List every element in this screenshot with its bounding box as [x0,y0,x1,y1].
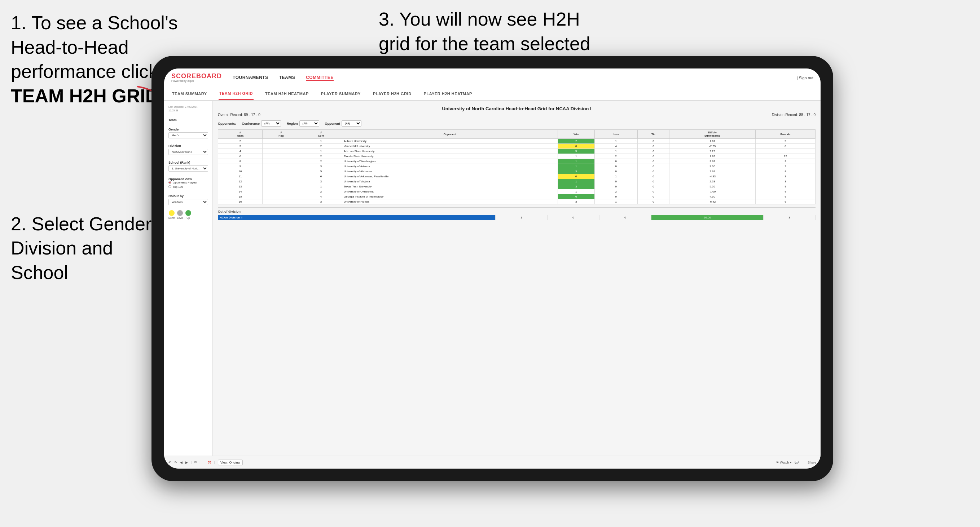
td-conf: 2 [300,154,342,159]
td-opponent: University of Washington [342,159,558,164]
division-select[interactable]: NCAA Division I [169,149,208,155]
sub-nav-player-summary[interactable]: PLAYER SUMMARY [320,87,361,100]
td-conf: 5 [300,169,342,174]
school-select[interactable]: 1. University of Nort... [169,165,208,171]
share-btn[interactable]: Share [808,461,816,464]
td-rounds [756,149,816,154]
gender-label: Gender [169,128,208,131]
share-label: Share [808,461,816,464]
region-select[interactable]: (All) [299,121,319,127]
td-opponent: University of Alabama [342,169,558,174]
clock-btn[interactable]: ⏰ [207,461,212,464]
view-selector[interactable]: View: Original [218,460,243,465]
td-conf: 3 [300,164,342,169]
logo: SCOREBOARD Powered by clippi [171,73,222,83]
td-tie: 0 [637,179,670,184]
gender-select[interactable]: Men's [169,132,208,138]
redo-btn[interactable]: ↷ [174,461,177,464]
td-opponent: Georgia Institute of Technology [342,194,558,199]
nav-links: TOURNAMENTS TEAMS COMMITTEE [233,75,797,81]
td-loss: 0 [594,169,637,174]
td-tie: 0 [637,189,670,194]
instruction-step2: 2. Select Gender, Division and School [11,187,156,285]
td-win: 0 [558,174,594,179]
td-opponent: Arizona State University [342,149,558,154]
grid-records: Overall Record: 89 - 17 - 0 Division Rec… [218,113,816,117]
opponent-filter-label: Opponent [325,122,340,125]
td-rounds: 9 [756,184,816,189]
nav-teams[interactable]: TEAMS [279,75,295,81]
td-reg [262,179,300,184]
td-reg [262,199,300,205]
td-tie: 0 [637,154,670,159]
watch-btn[interactable]: 👁 Watch ▾ [776,461,792,464]
td-loss: 1 [594,139,637,144]
td-loss: 0 [594,179,637,184]
td-loss: 2 [594,154,637,159]
last-updated-time: 16:55:38 [169,109,178,112]
colour-by-select[interactable]: Win/loss [169,199,208,205]
td-tie: 0 [637,184,670,189]
td-reg [262,144,300,149]
conference-select[interactable]: (All) [261,121,281,127]
radio-opponents-played[interactable]: Opponents Played [169,181,208,184]
td-conf: 3 [300,199,342,205]
td-div-diff: 26.00 [651,215,764,220]
td-conf: 6 [300,174,342,179]
td-div-tie: 0 [600,215,651,220]
copy-btn[interactable]: ⧉ [194,460,197,464]
comment-btn[interactable]: 💬 [795,461,799,464]
gender-section: Gender Men's [169,125,208,138]
radio-top100[interactable]: Top 100 [169,185,208,189]
instruction-step3-text: 3. You will now see H2H grid for the tea… [379,9,590,54]
td-reg [262,169,300,174]
sub-nav-team-h2h-heatmap[interactable]: TEAM H2H HEATMAP [264,87,309,100]
out-of-division-label: Out of division [218,207,816,213]
sub-nav-player-h2h-grid[interactable]: PLAYER H2H GRID [372,87,412,100]
opponent-select[interactable]: (All) [342,121,361,127]
grid-btn[interactable]: ⁝ [199,461,200,464]
more-btn[interactable]: ⋮ [802,461,805,464]
colour-label-up: Up [186,217,190,219]
logo-text: SCOREBOARD [171,73,222,79]
back-btn[interactable]: ◀ [180,461,183,464]
th-loss: Loss [594,130,637,139]
td-conf: 3 [300,179,342,184]
undo-btn[interactable]: ↶ [169,461,171,464]
sign-out[interactable]: | Sign out [797,76,813,80]
td-tie: 0 [637,169,670,174]
sub-nav-player-h2h-heatmap[interactable]: PLAYER H2H HEATMAP [423,87,473,100]
bottom-toolbar: ↶ ↷ ◀ ▶ | ⧉ ⁝ | ⏰ | View: Original 👁 Wat… [164,456,821,468]
sub-nav-team-summary[interactable]: TEAM SUMMARY [171,87,208,100]
td-diff: -2.29 [670,144,756,149]
nav-committee[interactable]: COMMITTEE [306,75,334,81]
colour-by-label: Colour by [169,194,208,198]
td-conf: 2 [300,189,342,194]
td-reg [262,164,300,169]
opponents-label: Opponents: [218,122,236,125]
td-rounds: 9 [756,189,816,194]
radio-opponents-circle [169,181,171,184]
last-updated: Last Updated: 27/03/2024 16:55:38 [169,105,208,113]
instruction-step3: 3. You will now see H2H grid for the tea… [379,7,595,56]
td-rank: 16 [218,199,262,205]
nav-tournaments[interactable]: TOURNAMENTS [233,75,268,81]
school-section: School (Rank) 1. University of Nort... [169,159,208,171]
filter-opponent: Opponent (All) [325,121,362,127]
colour-by-section: Colour by Win/loss [169,192,208,205]
td-reg [262,194,300,199]
h2h-table: #Rank #Reg #Conf Opponent Win Loss Tie D… [218,129,816,205]
td-loss: 2 [594,189,637,194]
td-loss: 1 [594,174,637,179]
td-conf: 2 [300,144,342,149]
th-reg: #Reg [262,130,300,139]
grid-title: University of North Carolina Head-to-Hea… [218,106,816,111]
sub-nav-team-h2h-grid[interactable]: TEAM H2H GRID [219,87,254,100]
td-rounds: 3 [756,179,816,184]
forward-btn[interactable]: ▶ [185,461,188,464]
colour-dot-level [177,210,183,216]
view-label: View: Original [220,461,240,464]
td-opponent: University of Florida [342,199,558,205]
nav-bar: SCOREBOARD Powered by clippi TOURNAMENTS… [164,68,821,87]
main-content: Last Updated: 27/03/2024 16:55:38 Team G… [164,101,821,456]
